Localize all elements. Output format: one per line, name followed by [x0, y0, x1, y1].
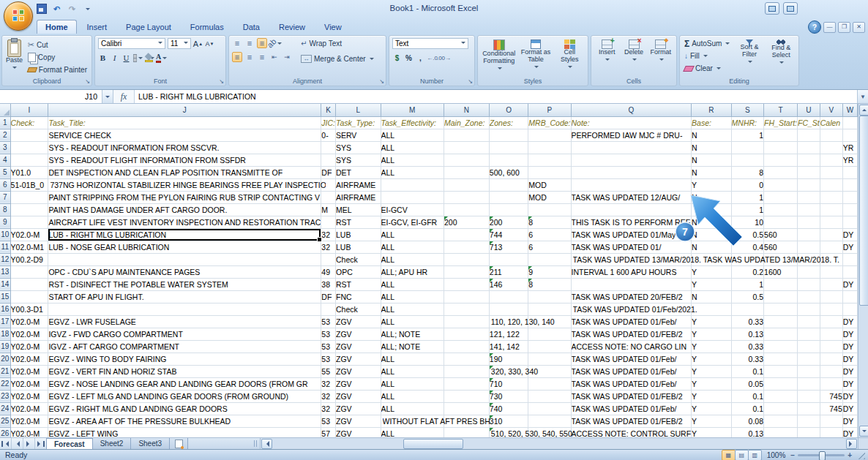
cell-I13[interactable] [10, 265, 48, 278]
cell-P20[interactable] [528, 352, 571, 365]
ribbon-tab-insert[interactable]: Insert [78, 20, 116, 34]
cell-I10[interactable]: Y02.0-M [10, 228, 48, 241]
cell-K18[interactable]: 53 [321, 328, 336, 340]
cell-K21[interactable]: 55 [321, 365, 336, 377]
cell-M21[interactable]: ALL [381, 365, 444, 377]
cell-O7[interactable] [489, 191, 528, 203]
font-name-select[interactable]: Calibri [98, 38, 165, 49]
cell-M2[interactable]: ALL [381, 129, 444, 141]
cell-W5[interactable] [842, 166, 857, 178]
zoom-slider[interactable]: − + [790, 452, 852, 459]
zoom-level[interactable]: 100% [767, 451, 786, 459]
zoom-in-icon[interactable]: + [848, 452, 852, 459]
cell-Q1[interactable]: Note: [571, 116, 692, 129]
cell-S24[interactable]: 0.1 [731, 402, 763, 415]
cell-M13[interactable]: ALL; APU HR [381, 265, 444, 278]
autosum-button[interactable]: ΣAutoSum [683, 38, 732, 49]
cell-Q24[interactable]: TASK WAS UPDATED 01/Feb/ [571, 402, 692, 415]
cell-W24[interactable]: DY [842, 402, 857, 415]
cell-W25[interactable]: DY [842, 415, 857, 427]
cell-J1[interactable]: Task_Title: [48, 116, 321, 129]
cell-S25[interactable]: 0.08 [731, 415, 763, 427]
cell-T1[interactable]: FH_Start: [764, 116, 798, 129]
column-header-O[interactable]: O [489, 104, 528, 116]
cell-J8[interactable]: PAINT HAS DAMAGE UNDER AFT CARGO DOOR. [48, 203, 321, 216]
row-header-13[interactable]: 13 [0, 265, 10, 278]
cell-O1[interactable]: Zones: [489, 116, 528, 129]
cell-I17[interactable]: Y02.0-M [10, 315, 48, 328]
cell-S23[interactable]: 0.1 [731, 390, 763, 402]
row-header-20[interactable]: 20 [0, 352, 10, 365]
cell-L23[interactable]: ZGV [335, 390, 381, 402]
cell-W18[interactable]: DY [842, 328, 857, 340]
cell-J12[interactable] [48, 253, 321, 265]
cell-R10[interactable]: N [692, 228, 732, 241]
cell-J20[interactable]: EGVZ - WING TO BODY FAIRING [48, 352, 321, 365]
cell-U26[interactable] [797, 427, 820, 437]
cell-I4[interactable] [10, 154, 48, 166]
decrease-indent-icon[interactable]: ⇤ [269, 52, 280, 62]
cell-R14[interactable]: Y [692, 278, 732, 290]
scroll-up-icon[interactable] [859, 105, 868, 116]
cell-Q20[interactable]: TASK WAS UPDATED 01/Feb/ [571, 352, 692, 365]
cell-L14[interactable]: RST [335, 278, 381, 290]
name-box-dropdown-icon[interactable] [102, 90, 113, 103]
cell-V21[interactable] [820, 365, 842, 377]
cell-S17[interactable]: 0.33 [731, 315, 763, 328]
cell-L24[interactable]: ZGV [335, 402, 381, 415]
horizontal-scrollbar-thumb[interactable] [403, 439, 463, 449]
cell-W15[interactable] [842, 290, 857, 303]
cell-T19[interactable] [764, 340, 798, 352]
cell-J17[interactable]: EGVZ - LWR FUSELAGE [48, 315, 321, 328]
cell-O9[interactable]: 200 [489, 216, 528, 228]
increase-decimal-icon[interactable]: ←.0 [427, 53, 437, 63]
cell-P2[interactable] [528, 129, 571, 141]
cell-M12[interactable]: ALL [381, 253, 444, 265]
align-middle-icon[interactable]: ≡ [244, 38, 255, 48]
cell-K13[interactable]: 49 [321, 265, 336, 278]
font-dialog-launcher[interactable]: ↘ [219, 79, 224, 85]
cell-U24[interactable] [797, 402, 820, 415]
cell-V9[interactable] [820, 216, 842, 228]
cell-P12[interactable] [528, 253, 571, 265]
cell-V10[interactable] [820, 228, 842, 241]
cell-I1[interactable]: Check: [10, 116, 48, 129]
cell-M7[interactable] [381, 191, 444, 203]
cell-L9[interactable]: RST [335, 216, 381, 228]
cell-V11[interactable] [820, 241, 842, 253]
cell-U5[interactable] [797, 166, 820, 178]
cell-I24[interactable]: Y02.0-M [10, 402, 48, 415]
cell-W9[interactable] [842, 216, 857, 228]
cell-W4[interactable]: YR [842, 154, 857, 166]
column-header-W[interactable]: W [842, 104, 857, 116]
cell-Q9[interactable]: THIS TASK IS TO PERFORM REF [571, 216, 692, 228]
cell-S22[interactable]: 0.05 [731, 377, 763, 390]
cell-M18[interactable]: ALL; NOTE [381, 328, 444, 340]
cell-J5[interactable]: DET INSPECTION AND CLEAN FLAP POSITION T… [48, 166, 321, 178]
row-header-22[interactable]: 22 [0, 377, 10, 390]
cell-M14[interactable]: ALL [381, 278, 444, 290]
cell-R17[interactable]: Y [692, 315, 732, 328]
cell-U4[interactable] [797, 154, 820, 166]
cell-N4[interactable] [444, 154, 490, 166]
cell-O6[interactable] [489, 178, 528, 191]
cell-W3[interactable]: YR [842, 141, 857, 154]
cell-I25[interactable]: Y02.0-M [10, 415, 48, 427]
close-button[interactable]: ✕ [853, 22, 865, 33]
comma-style-icon[interactable]: , [416, 53, 425, 63]
office-button[interactable] [4, 1, 33, 31]
cell-U11[interactable] [797, 241, 820, 253]
cell-L1[interactable]: Task_Type: [335, 116, 381, 129]
fill-color-button[interactable] [145, 53, 154, 63]
format-as-table-button[interactable]: Format as Table [518, 38, 553, 78]
find-select-button[interactable]: Find & Select [767, 38, 796, 78]
cell-R23[interactable]: Y [692, 390, 732, 402]
cell-K9[interactable] [321, 216, 336, 228]
cell-M20[interactable]: ALL [381, 352, 444, 365]
cell-M11[interactable]: ALL [381, 241, 444, 253]
cell-T4[interactable] [764, 154, 798, 166]
increase-font-icon[interactable]: A▲ [193, 39, 203, 49]
cell-W6[interactable] [842, 178, 857, 191]
cell-O15[interactable] [489, 290, 528, 303]
cell-T6[interactable] [764, 178, 798, 191]
